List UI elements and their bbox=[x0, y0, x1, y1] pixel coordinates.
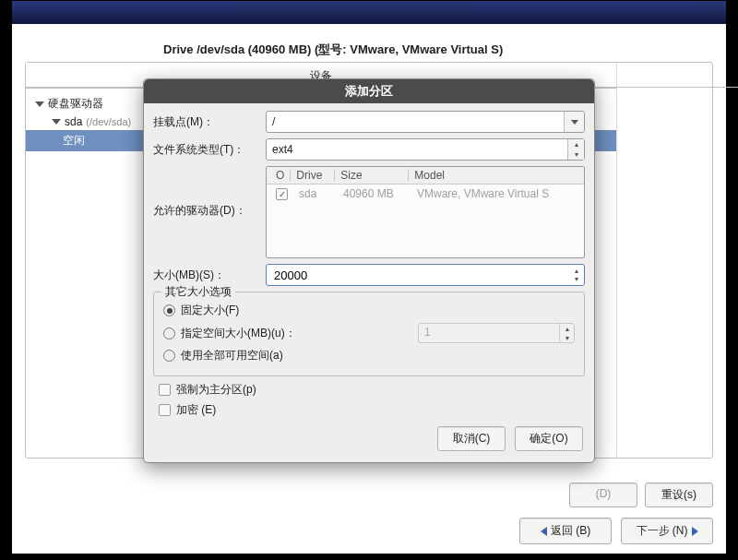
checkbox-icon[interactable] bbox=[159, 384, 171, 396]
chevron-down-icon[interactable] bbox=[564, 112, 584, 132]
option-all-label: 使用全部可用空间(a) bbox=[181, 348, 283, 363]
col-check[interactable]: O bbox=[270, 169, 291, 182]
option-fixed[interactable]: 固定大小(F) bbox=[163, 303, 575, 318]
col-drive[interactable]: Drive bbox=[291, 169, 335, 182]
tree-label-free: 空闲 bbox=[63, 133, 85, 149]
upto-spinbox: 1 ▴▾ bbox=[418, 323, 575, 343]
fs-type-value: ext4 bbox=[272, 143, 293, 156]
dialog-button-row: 取消(C) 确定(O) bbox=[153, 423, 585, 453]
caret-down-icon[interactable]: ▾ bbox=[568, 149, 584, 160]
chevron-down-icon bbox=[52, 119, 61, 125]
chevron-down-icon bbox=[35, 101, 44, 107]
ok-button[interactable]: 确定(O) bbox=[515, 426, 583, 451]
table-header-row: O Drive Size Model bbox=[267, 167, 584, 185]
allowable-drives-table[interactable]: O Drive Size Model ✓ sda 40960 MB VMware… bbox=[266, 166, 585, 258]
tree-path: (/dev/sda) bbox=[86, 116, 131, 127]
caret-up-icon: ▴ bbox=[560, 324, 574, 333]
option-upto[interactable]: 指定空间大小(MB)(u)： 1 ▴▾ bbox=[163, 323, 575, 343]
size-label: 大小(MB)(S)： bbox=[153, 268, 260, 283]
drive-header: Drive /dev/sda (40960 MB) (型号: VMware, V… bbox=[25, 42, 713, 58]
window-titlebar bbox=[12, 1, 726, 24]
caret-up-icon[interactable]: ▴ bbox=[568, 139, 584, 149]
tree-label-drive: sda bbox=[65, 115, 82, 128]
dialog-title: 添加分区 bbox=[144, 79, 594, 103]
mount-point-combo[interactable]: / bbox=[266, 111, 585, 133]
mount-point-label: 挂载点(M)： bbox=[153, 114, 260, 130]
fs-type-combo[interactable]: ext4 ▴▾ bbox=[266, 138, 585, 161]
next-button[interactable]: 下一步 (N) bbox=[621, 518, 713, 544]
allowable-drives-label: 允许的驱动器(D)： bbox=[153, 166, 260, 219]
add-partition-dialog: 添加分区 挂载点(M)： / 文件系统类型(T)： ext4 ▴▾ 允许的驱动器… bbox=[143, 78, 595, 463]
fieldset-legend: 其它大小选项 bbox=[161, 284, 235, 300]
cancel-button[interactable]: 取消(C) bbox=[437, 426, 506, 451]
option-all[interactable]: 使用全部可用空间(a) bbox=[163, 348, 575, 363]
radio-icon[interactable] bbox=[163, 304, 175, 316]
arrow-right-icon bbox=[692, 527, 698, 536]
next-button-label: 下一步 (N) bbox=[637, 523, 688, 539]
additional-size-fieldset: 其它大小选项 固定大小(F) 指定空间大小(MB)(u)： 1 ▴▾ 使用全部可… bbox=[153, 292, 585, 376]
option-fixed-label: 固定大小(F) bbox=[181, 303, 239, 318]
arrow-left-icon bbox=[541, 527, 547, 536]
back-button[interactable]: 返回 (B) bbox=[519, 518, 612, 544]
d-button: (D) bbox=[569, 483, 637, 507]
reset-button[interactable]: 重设(s) bbox=[645, 483, 713, 507]
force-primary-row[interactable]: 强制为主分区(p) bbox=[159, 382, 585, 398]
col-size[interactable]: Size bbox=[335, 169, 409, 182]
checkbox-icon[interactable]: ✓ bbox=[276, 188, 288, 200]
caret-down-icon[interactable]: ▾ bbox=[575, 275, 578, 283]
col-model[interactable]: Model bbox=[409, 169, 580, 182]
size-spinbox[interactable]: ▴▾ bbox=[266, 264, 585, 286]
cell-drive: sda bbox=[293, 187, 338, 200]
force-primary-label: 强制为主分区(p) bbox=[176, 382, 256, 398]
mount-point-value: / bbox=[272, 115, 275, 128]
nav-button-row: 返回 (B) 下一步 (N) bbox=[519, 518, 713, 544]
upto-value: 1 bbox=[424, 326, 431, 339]
fs-type-label: 文件系统类型(T)： bbox=[153, 142, 260, 158]
encrypt-row[interactable]: 加密 (E) bbox=[159, 402, 585, 418]
table-row[interactable]: ✓ sda 40960 MB VMware, VMware Virtual S bbox=[267, 185, 584, 203]
cell-model: VMware, VMware Virtual S bbox=[411, 187, 554, 200]
radio-icon[interactable] bbox=[163, 350, 175, 362]
caret-down-icon: ▾ bbox=[560, 333, 574, 342]
caret-up-icon[interactable]: ▴ bbox=[575, 267, 578, 275]
radio-icon[interactable] bbox=[163, 328, 175, 340]
partition-detail-column bbox=[617, 63, 712, 458]
option-upto-label: 指定空间大小(MB)(u)： bbox=[181, 326, 296, 341]
cell-size: 40960 MB bbox=[338, 187, 411, 200]
tree-label-root: 硬盘驱动器 bbox=[48, 96, 103, 112]
back-button-label: 返回 (B) bbox=[551, 523, 590, 539]
size-input[interactable] bbox=[272, 268, 575, 283]
encrypt-label: 加密 (E) bbox=[176, 402, 216, 418]
panel-button-row: (D) 重设(s) bbox=[569, 483, 713, 507]
checkbox-icon[interactable] bbox=[159, 404, 171, 416]
